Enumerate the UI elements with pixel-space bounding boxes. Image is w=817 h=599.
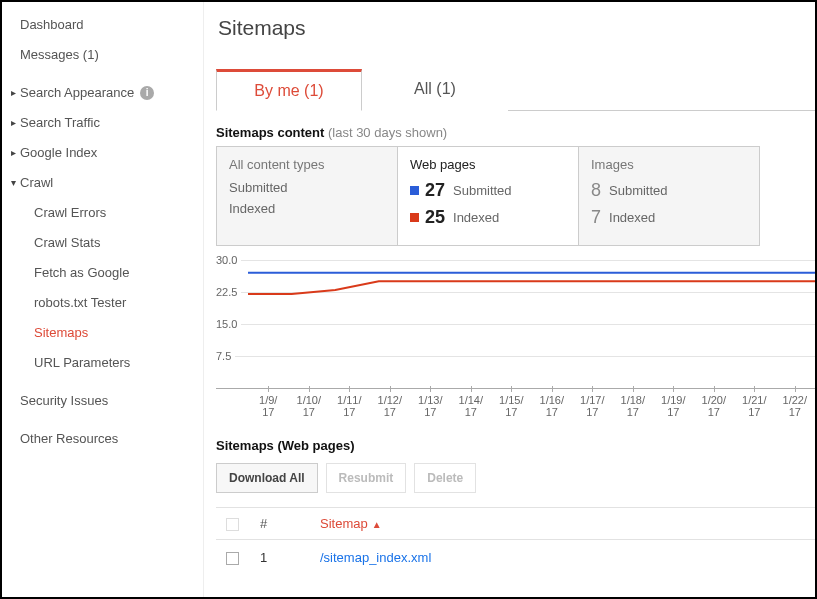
stat-cards: All content types Submitted Indexed Web … — [216, 146, 815, 246]
sidebar-item-search-traffic[interactable]: ▸ Search Traffic — [2, 108, 203, 138]
tabs: By me (1) All (1) — [216, 68, 815, 111]
y-tick: 30.0 — [216, 254, 241, 266]
select-all-checkbox[interactable] — [226, 518, 239, 531]
chart-lines — [248, 260, 815, 388]
sidebar-item-crawl-stats[interactable]: Crawl Stats — [2, 228, 203, 258]
sidebar-item-crawl-errors[interactable]: Crawl Errors — [2, 198, 203, 228]
sidebar-item-google-index[interactable]: ▸ Google Index — [2, 138, 203, 168]
tab-by-me[interactable]: By me (1) — [216, 69, 362, 111]
delete-button[interactable]: Delete — [414, 463, 476, 493]
stat-card-web-pages[interactable]: Web pages 27 Submitted 25 Indexed — [397, 146, 579, 246]
resubmit-button[interactable]: Resubmit — [326, 463, 407, 493]
stat-card-images[interactable]: Images 8 Submitted 7 Indexed — [578, 146, 760, 246]
table-row[interactable]: 1/sitemap_index.xml — [216, 540, 815, 576]
x-tick: 1/9/17 — [248, 394, 289, 418]
sidebar-item-url-parameters[interactable]: URL Parameters — [2, 348, 203, 378]
sidebar-item-dashboard[interactable]: Dashboard — [2, 10, 203, 40]
x-tick: 1/18/17 — [613, 394, 654, 418]
info-icon: i — [140, 86, 154, 100]
row-num: 1 — [250, 540, 310, 576]
sitemap-table-body: 1/sitemap_index.xml — [216, 540, 815, 576]
tab-all[interactable]: All (1) — [362, 69, 508, 111]
red-swatch-icon — [410, 213, 419, 222]
page-title: Sitemaps — [218, 16, 815, 40]
x-tick: 1/10/17 — [289, 394, 330, 418]
row-checkbox[interactable] — [226, 552, 239, 565]
sidebar-item-fetch-as-google[interactable]: Fetch as Google — [2, 258, 203, 288]
caret-right-icon: ▸ — [8, 84, 18, 102]
x-tick: 1/13/17 — [410, 394, 451, 418]
x-tick: 1/20/17 — [694, 394, 735, 418]
x-axis: 1/9/171/10/171/11/171/12/171/13/171/14/1… — [248, 394, 815, 418]
table-section-title: Sitemaps (Web pages) — [216, 438, 815, 453]
sitemap-table: # Sitemap▲ 1/sitemap_index.xml — [216, 507, 815, 575]
row-sitemap-link[interactable]: /sitemap_index.xml — [310, 540, 815, 576]
sidebar-item-security-issues[interactable]: Security Issues — [2, 386, 203, 416]
x-tick: 1/15/17 — [491, 394, 532, 418]
y-tick: 22.5 — [216, 286, 241, 298]
table-buttons: Download All Resubmit Delete — [216, 463, 815, 493]
blue-swatch-icon — [410, 186, 419, 195]
sidebar: Dashboard Messages (1) ▸ Search Appearan… — [2, 2, 204, 597]
caret-down-icon: ▾ — [8, 174, 18, 192]
main: Sitemaps By me (1) All (1) Sitemaps cont… — [204, 2, 815, 597]
download-all-button[interactable]: Download All — [216, 463, 318, 493]
x-tick: 1/19/17 — [653, 394, 694, 418]
stat-card-all[interactable]: All content types Submitted Indexed — [216, 146, 398, 246]
sidebar-item-crawl[interactable]: ▾ Crawl — [2, 168, 203, 198]
x-tick: 1/21/17 — [734, 394, 775, 418]
x-tick: 1/14/17 — [451, 394, 492, 418]
caret-right-icon: ▸ — [8, 114, 18, 132]
x-tick: 1/22/17 — [775, 394, 816, 418]
y-tick: 7.5 — [216, 350, 235, 362]
x-tick: 1/17/17 — [572, 394, 613, 418]
chart: 30.0 22.5 15.0 7.5 1/9/171/10/171/11/171… — [216, 260, 815, 420]
sidebar-item-other-resources[interactable]: Other Resources — [2, 424, 203, 454]
x-tick: 1/12/17 — [370, 394, 411, 418]
x-tick: 1/11/17 — [329, 394, 370, 418]
content-header: Sitemaps content (last 30 days shown) — [216, 125, 815, 140]
sidebar-item-messages[interactable]: Messages (1) — [2, 40, 203, 70]
sidebar-item-robots-tester[interactable]: robots.txt Tester — [2, 288, 203, 318]
col-sitemap[interactable]: Sitemap▲ — [310, 508, 815, 540]
sidebar-item-search-appearance[interactable]: ▸ Search Appearance i — [2, 78, 203, 108]
y-tick: 15.0 — [216, 318, 241, 330]
col-num[interactable]: # — [250, 508, 310, 540]
sort-asc-icon: ▲ — [372, 519, 382, 530]
caret-right-icon: ▸ — [8, 144, 18, 162]
x-tick: 1/16/17 — [532, 394, 573, 418]
sidebar-item-sitemaps[interactable]: Sitemaps — [2, 318, 203, 348]
